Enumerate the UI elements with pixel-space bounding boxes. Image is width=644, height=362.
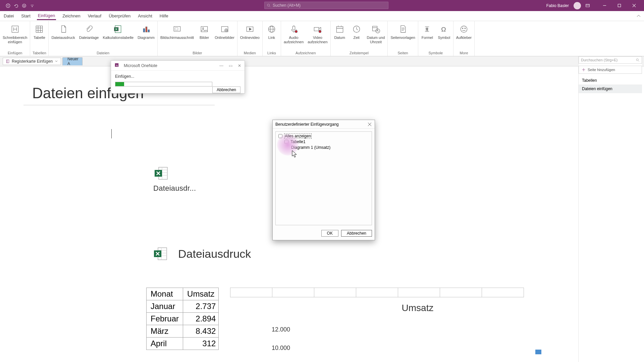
menu-hilfe[interactable]: Hilfe <box>156 11 172 21</box>
minimize-button[interactable] <box>597 0 612 11</box>
ribbon-kalkulationstabelle[interactable]: Kalkulationstabelle <box>101 22 136 50</box>
svg-rect-5 <box>586 4 590 7</box>
cancel-button[interactable]: Abbrechen <box>212 86 240 93</box>
ribbon-dateianlage[interactable]: Dateianlage <box>77 22 101 50</box>
avatar[interactable] <box>574 2 581 9</box>
svg-point-33 <box>461 26 467 32</box>
inserted-table-extra-cols <box>230 288 524 297</box>
search-input[interactable] <box>273 3 386 8</box>
svg-point-4 <box>267 4 270 6</box>
chevron-down-icon <box>55 60 58 63</box>
embedded-file-2-label: Dateiausdruck <box>178 247 251 260</box>
menu-start[interactable]: Start <box>17 11 34 21</box>
qat-more-icon[interactable] <box>30 3 35 8</box>
search-icon <box>267 3 271 7</box>
dialog-insert-tree: Alles anzeigen Tabelle1 Diagramm 1 (Umsa… <box>275 131 372 225</box>
checkbox-alles-anzeigen[interactable] <box>278 134 282 138</box>
embedded-file-1[interactable]: Dateiausdr... <box>153 165 196 193</box>
inserted-table[interactable]: MonatUmsatz Januar2.737 Februar2.894 Mär… <box>146 288 219 350</box>
tree-item-root[interactable]: Alles anzeigen <box>284 134 311 138</box>
page-item-tabellen[interactable]: Tabellen <box>579 76 642 85</box>
svg-point-24 <box>295 31 297 33</box>
ribbon-symbol[interactable]: ΩSymbol <box>436 22 452 50</box>
user-name[interactable]: Fabio Basler <box>546 3 569 8</box>
svg-rect-8 <box>36 26 43 32</box>
maximize-button[interactable] <box>612 0 627 11</box>
notebook-dropdown[interactable]: Registerkarte Einfügen <box>3 58 61 65</box>
menu-ueberpruefen[interactable]: Überprüfen <box>105 11 134 21</box>
maximize-icon[interactable]: ▭ <box>229 63 232 68</box>
smiley-icon[interactable] <box>21 3 27 8</box>
ribbon-group-einfuegen: Einfügen <box>1 50 29 56</box>
ribbon-bildschirmausschnitt[interactable]: Bildschirmausschnitt <box>158 22 196 50</box>
onenote-app-icon: N <box>114 63 119 68</box>
svg-rect-25 <box>314 27 319 31</box>
menu-zeichnen[interactable]: Zeichnen <box>59 11 84 21</box>
close-icon[interactable] <box>367 122 372 127</box>
add-page-button[interactable]: Seite hinzufügen <box>579 66 642 74</box>
close-button[interactable] <box>627 0 641 11</box>
minimize-icon[interactable]: — <box>219 63 223 68</box>
embedded-file-2[interactable]: Dateiausdruck <box>153 246 251 262</box>
inserted-chart[interactable]: Umsatz 12.000 10.000 <box>272 303 564 321</box>
notebook-name: Registerkarte Einfügen <box>12 59 53 64</box>
ribbon-bilder[interactable]: Bilder <box>196 22 213 50</box>
tree-item-diagramm1[interactable]: Diagramm 1 (Umsatz) <box>291 145 330 150</box>
svg-rect-27 <box>336 26 343 33</box>
ok-button[interactable]: OK <box>321 230 338 237</box>
ribbon-diagramm[interactable]: Diagramm <box>136 22 157 50</box>
svg-rect-29 <box>372 26 377 31</box>
dialog-progress-title: Microsoft OneNote <box>124 63 157 68</box>
ribbon-group-dateien: Dateien <box>49 50 157 56</box>
ribbon-aufkleber[interactable]: Aufkleber <box>454 22 474 50</box>
svg-text:Ω: Ω <box>441 26 446 33</box>
undo-icon[interactable] <box>13 3 19 8</box>
cell: Februar <box>147 313 183 325</box>
ribbon-group-aufzeichnen: Aufzeichnen <box>282 50 330 56</box>
svg-rect-14 <box>174 26 180 31</box>
ribbon-dateiausdruck[interactable]: Dateiausdruck <box>49 22 77 50</box>
svg-point-3 <box>24 5 25 5</box>
ribbon-video-aufzeichnen[interactable]: Video aufzeichnen <box>306 22 329 50</box>
ribbon-group-bilder: Bilder <box>158 50 236 56</box>
page-search-placeholder: Durchsuchen (Strg+E) <box>581 58 618 62</box>
svg-rect-23 <box>292 26 295 30</box>
menu-verlauf[interactable]: Verlauf <box>84 11 105 21</box>
ribbon-display-icon[interactable] <box>585 3 590 8</box>
svg-rect-6 <box>618 4 621 7</box>
ribbon-formel[interactable]: πFormel <box>419 22 436 50</box>
ribbon-datum-uhrzeit[interactable]: Datum und Uhrzeit <box>365 22 387 50</box>
ribbon-audio-aufzeichnen[interactable]: Audio aufzeichnen <box>282 22 306 50</box>
ribbon-zeit[interactable]: Zeit <box>348 22 365 50</box>
svg-rect-11 <box>143 28 145 32</box>
chart-title: Umsatz <box>272 303 564 313</box>
menu-ansicht[interactable]: Ansicht <box>134 11 156 21</box>
cancel-button[interactable]: Abbrechen <box>341 230 372 237</box>
ribbon-table[interactable]: Tabelle <box>31 22 48 50</box>
section-tab[interactable]: Neuer A <box>62 57 83 65</box>
page-panel: Durchsuchen (Strg+E) Seite hinzufügen Ta… <box>578 56 642 362</box>
ribbon-group-medien: Medien <box>238 50 262 56</box>
svg-rect-15 <box>175 28 178 30</box>
embedded-file-1-label: Dateiausdr... <box>153 184 196 193</box>
tree-item-tabelle1[interactable]: Tabelle1 <box>290 139 306 144</box>
back-icon[interactable] <box>5 3 11 8</box>
ribbon-link[interactable]: Link <box>263 22 280 50</box>
page-item-dateien-einfuegen[interactable]: Dateien einfügen <box>579 85 642 93</box>
collapse-ribbon-icon[interactable] <box>636 13 641 19</box>
mouse-cursor <box>292 150 298 158</box>
close-icon[interactable]: ✕ <box>238 63 241 68</box>
svg-rect-13 <box>148 30 149 32</box>
dialog-custom-insert: Benutzerdefinierter Einfügevorgang Alles… <box>272 120 375 240</box>
page-search[interactable]: Durchsuchen (Strg+E) <box>579 56 642 64</box>
svg-point-0 <box>6 4 10 7</box>
ribbon-onlinebilder[interactable]: Onlinebilder <box>213 22 236 50</box>
ribbon-insert-space[interactable]: Schreibbereich einfügen <box>1 22 29 50</box>
ribbon-seitenvorlagen[interactable]: Seitenvorlagen <box>388 22 417 50</box>
checkbox-tabelle1[interactable] <box>284 140 288 144</box>
menu-einfuegen[interactable]: Einfügen <box>34 11 59 21</box>
search-box[interactable] <box>264 2 388 9</box>
menu-datei[interactable]: Datei <box>0 11 17 21</box>
ribbon-datum[interactable]: Datum <box>331 22 348 50</box>
ribbon-onlinevideo[interactable]: Onlinevideo <box>238 22 262 50</box>
